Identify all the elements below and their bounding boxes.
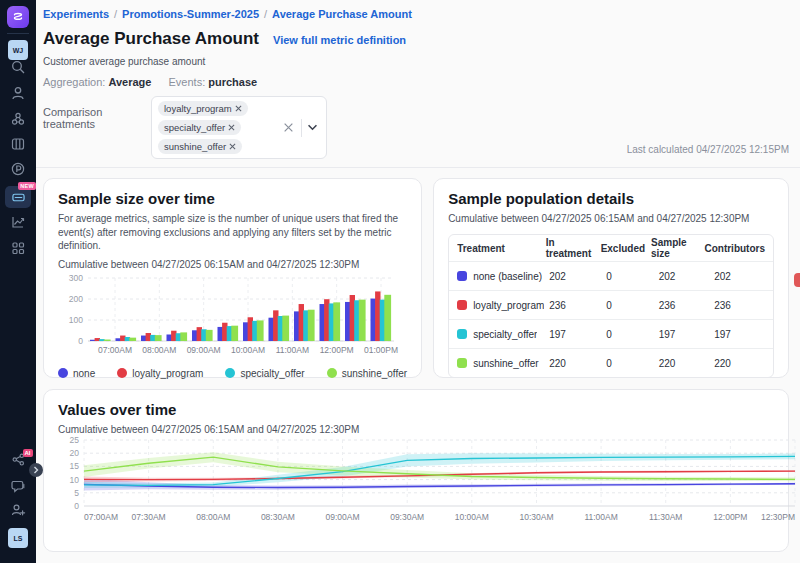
svg-text:07:00AM: 07:00AM — [84, 512, 118, 522]
aggregation-label: Aggregation: — [43, 76, 105, 88]
search-icon[interactable] — [10, 59, 26, 75]
svg-text:12:00PM: 12:00PM — [713, 512, 747, 522]
legend-label: sunshine_offer — [342, 368, 407, 379]
logo-icon — [11, 10, 25, 24]
svg-text:25: 25 — [70, 435, 80, 445]
sample-size-legend: noneloyalty_programspecialty_offersunshi… — [58, 368, 407, 379]
svg-text:08:30AM: 08:30AM — [261, 512, 295, 522]
chip-remove-icon[interactable] — [235, 105, 242, 112]
treatment-cell: specialty_offer — [457, 329, 549, 340]
right-edge-marker[interactable] — [794, 273, 800, 287]
treatment-swatch — [457, 329, 467, 339]
svg-text:12:00PM: 12:00PM — [320, 345, 354, 355]
ai-share-icon[interactable]: AI — [11, 452, 26, 467]
workspace-tile[interactable]: WJ — [8, 40, 28, 60]
treatment-swatch — [457, 300, 467, 310]
contributors-cell: 197 — [714, 329, 765, 340]
svg-text:09:30AM: 09:30AM — [390, 512, 424, 522]
page-title: Average Purchase Amount — [43, 29, 259, 49]
sample-size-title: Sample size over time — [58, 190, 407, 207]
values-over-time-chart: 051015202507:00AM07:30AM08:00AM08:30AM09… — [58, 435, 774, 535]
chip-remove-icon[interactable] — [229, 143, 236, 150]
feature-gates-icon[interactable] — [10, 111, 26, 127]
sample_size-cell: 202 — [659, 271, 715, 282]
svg-text:07:00AM: 07:00AM — [98, 345, 132, 355]
header-divider — [36, 167, 800, 168]
table-row: none (baseline)2020202202 — [449, 261, 773, 290]
breadcrumb-separator: / — [264, 8, 267, 20]
legend-label: loyalty_program — [132, 368, 203, 379]
invite-user-icon[interactable] — [10, 502, 26, 518]
breadcrumb-separator: / — [114, 8, 117, 20]
svg-text:20: 20 — [70, 448, 80, 458]
events-value: purchase — [208, 76, 257, 88]
comparison-treatments-select[interactable]: loyalty_programspecialty_offersunshine_o… — [151, 96, 327, 159]
insights-icon — [11, 191, 26, 204]
app-logo[interactable] — [7, 6, 29, 28]
treatment-cell: none (baseline) — [457, 271, 549, 282]
columns-icon[interactable] — [10, 136, 26, 152]
view-metric-definition-link[interactable]: View full metric definition — [273, 34, 406, 46]
chevron-down-icon[interactable] — [305, 124, 320, 131]
values-over-time-card: Values over time Cumulative between 04/2… — [43, 389, 789, 552]
in_treatment-cell: 197 — [549, 329, 606, 340]
ai-badge: AI — [23, 449, 33, 457]
events-label: Events: — [169, 76, 206, 88]
legend-dot — [327, 368, 337, 378]
new-badge: NEW — [18, 182, 36, 190]
insights-nav-item[interactable]: NEW — [5, 186, 31, 208]
population-title: Sample population details — [448, 190, 774, 207]
breadcrumb-link-0[interactable]: Experiments — [43, 8, 109, 20]
pulse-icon[interactable] — [10, 161, 26, 177]
values-title: Values over time — [58, 401, 774, 418]
clear-all-icon[interactable] — [279, 122, 298, 133]
svg-text:300: 300 — [69, 273, 83, 283]
sample-size-chart: 010020030007:00AM08:00AM09:00AM10:00AM11… — [58, 270, 407, 366]
table-row: sunshine_offer2200220220 — [449, 348, 773, 377]
treatment-name: sunshine_offer — [473, 358, 538, 369]
dashboards-grid-icon[interactable] — [10, 240, 26, 256]
column-header-4: Contributors — [704, 243, 765, 254]
svg-text:0: 0 — [74, 501, 79, 511]
excluded-cell: 0 — [606, 271, 658, 282]
workspace-tile-label: WJ — [13, 47, 24, 54]
bottom-workspace-tile-label: LS — [14, 535, 23, 542]
svg-text:09:00AM: 09:00AM — [326, 512, 360, 522]
breadcrumb-link-2[interactable]: Average Purchase Amount — [272, 8, 412, 20]
svg-text:11:30AM: 11:30AM — [649, 512, 682, 522]
svg-text:10: 10 — [70, 475, 80, 485]
treatment-chip-loyalty_program[interactable]: loyalty_program — [158, 101, 248, 116]
svg-text:01:00PM: 01:00PM — [364, 345, 398, 355]
in_treatment-cell: 220 — [549, 358, 606, 369]
chip-remove-icon[interactable] — [228, 124, 235, 131]
column-header-1: In treatment — [546, 237, 601, 259]
last-calculated-text: Last calculated 04/27/2025 12:15PM — [627, 144, 789, 155]
contributors-cell: 202 — [714, 271, 765, 282]
breadcrumb: Experiments/Promotions-Summer-2025/Avera… — [43, 8, 789, 20]
chip-label: sunshine_offer — [164, 141, 226, 152]
column-header-0: Treatment — [457, 243, 546, 254]
sample-size-card: Sample size over time For average metric… — [43, 178, 422, 378]
chevron-right-icon — [33, 466, 39, 474]
treatment-swatch — [457, 271, 467, 281]
excluded-cell: 0 — [606, 329, 658, 340]
breadcrumb-link-1[interactable]: Promotions-Summer-2025 — [122, 8, 259, 20]
legend-item-sunshine_offer: sunshine_offer — [327, 368, 407, 379]
treatment-chip-sunshine_offer[interactable]: sunshine_offer — [158, 139, 242, 154]
treatment-cell: sunshine_offer — [457, 358, 549, 369]
users-icon[interactable] — [10, 85, 26, 101]
support-chat-icon[interactable] — [10, 478, 26, 494]
treatment-cell: loyalty_program — [457, 300, 549, 311]
values-cumulative: Cumulative between 04/27/2025 06:15AM an… — [58, 424, 774, 435]
svg-text:08:00AM: 08:00AM — [142, 345, 176, 355]
svg-text:11:00AM: 11:00AM — [584, 512, 617, 522]
comparison-treatments-row: Comparison treatments loyalty_programspe… — [43, 96, 789, 159]
metrics-chart-icon[interactable] — [10, 214, 26, 230]
population-details-card: Sample population details Cumulative bet… — [433, 178, 789, 378]
treatment-chip-specialty_offer[interactable]: specialty_offer — [158, 120, 241, 135]
sidebar-collapse-handle[interactable] — [29, 463, 43, 477]
legend-item-loyalty_program: loyalty_program — [117, 368, 203, 379]
metric-subtitle: Customer average purchase amount — [43, 56, 789, 67]
bottom-workspace-tile[interactable]: LS — [8, 528, 28, 548]
column-header-2: Excluded — [601, 243, 651, 254]
